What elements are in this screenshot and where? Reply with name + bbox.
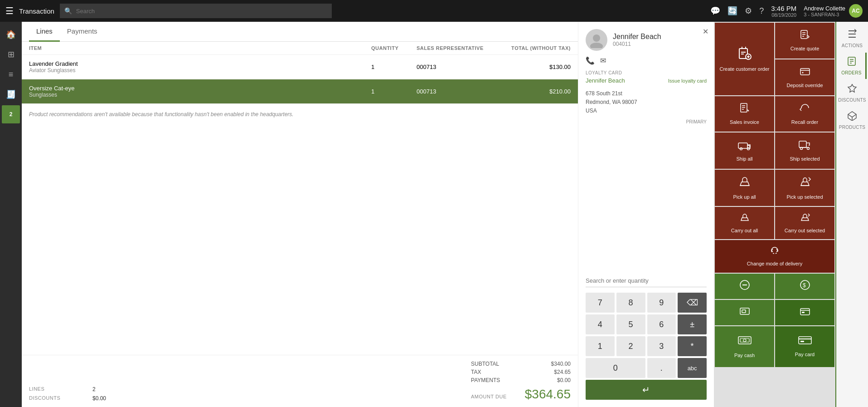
svg-rect-33 — [800, 309, 810, 315]
icon-tile-2[interactable]: $ — [775, 274, 834, 299]
svg-point-14 — [802, 72, 803, 74]
tab-payments[interactable]: Payments — [60, 22, 105, 42]
pay-card-icon — [798, 335, 812, 348]
numpad-abc[interactable]: abc — [678, 358, 707, 378]
numpad-1[interactable]: 1 — [586, 336, 615, 356]
sidebar-item-grid[interactable]: ⊞ — [2, 45, 20, 64]
deposit-override-tile[interactable]: Deposit override — [775, 59, 834, 95]
pay-cash-label: Pay cash — [734, 352, 755, 358]
carry-out-selected-tile[interactable]: Carry out selected — [775, 207, 834, 239]
phone-icon[interactable]: 📞 — [586, 56, 595, 65]
icon-1 — [739, 280, 750, 293]
sidebar-item-menu[interactable]: ≡ — [2, 65, 20, 83]
item-sub-1: Aviator Sunglasses — [29, 67, 371, 74]
lines-table: Lavender Gradient Aviator Sunglasses 1 0… — [22, 55, 578, 355]
help-icon[interactable]: ? — [759, 6, 764, 16]
ship-all-tile[interactable]: Ship all — [715, 132, 774, 169]
numpad-3[interactable]: 3 — [647, 336, 676, 356]
carry-out-all-tile[interactable]: Carry out all — [715, 207, 774, 239]
numpad-enter[interactable]: ↵ — [586, 380, 707, 400]
change-mode-delivery-icon — [770, 245, 780, 258]
pick-up-selected-label: Pick up selected — [786, 194, 823, 200]
search-input[interactable] — [60, 4, 332, 18]
refresh-icon[interactable]: 🔄 — [727, 6, 737, 16]
discounts-btn[interactable]: DISCOUNTS — [838, 80, 867, 106]
app-title: Transaction — [19, 7, 54, 15]
settings-icon[interactable]: ⚙ — [745, 6, 752, 16]
recall-order-label: Recall order — [791, 119, 818, 125]
table-row[interactable]: Lavender Gradient Aviator Sunglasses 1 0… — [22, 55, 578, 79]
lines-value: 2 — [92, 386, 96, 392]
payments-row: PAYMENTS $0.00 — [471, 377, 571, 383]
pick-up-selected-tile[interactable]: Pick up selected — [775, 170, 834, 206]
icon-tile-3[interactable] — [715, 300, 774, 325]
payments-label: PAYMENTS — [471, 377, 500, 383]
numpad-7[interactable]: 7 — [586, 293, 615, 313]
customer-panel: ✕ Jennifer Beach 004011 📞 ✉ LOYALTY CARD… — [578, 22, 714, 407]
orders-btn[interactable]: ORDERS — [838, 53, 867, 79]
pick-up-all-tile[interactable]: Pick up all — [715, 170, 774, 206]
loyalty-name[interactable]: Jennifer Beach — [586, 77, 625, 84]
tab-lines[interactable]: Lines — [29, 22, 60, 42]
sidebar-item-home[interactable]: 🏠 — [2, 25, 20, 44]
sidebar: 🏠 ⊞ ≡ 🧾 2 — [0, 22, 22, 407]
right-panel: Create customer order Create quote Depos… — [714, 22, 868, 407]
menu-icon[interactable]: ☰ — [5, 5, 14, 16]
discounts-icon — [847, 83, 857, 96]
numpad-section: 7 8 9 ⌫ 4 5 6 ± 1 2 3 * 0 . abc ↵ — [586, 275, 707, 400]
sidebar-badge-2[interactable]: 2 — [2, 105, 20, 123]
numpad-0[interactable]: 0 — [586, 358, 645, 378]
item-name-1: Lavender Gradient — [29, 60, 371, 67]
svg-point-0 — [593, 34, 600, 42]
numpad-4[interactable]: 4 — [586, 314, 615, 334]
svg-rect-32 — [742, 310, 746, 313]
numpad-dot[interactable]: . — [647, 358, 676, 378]
numpad-6[interactable]: 6 — [647, 314, 676, 334]
numpad-asterisk[interactable]: * — [678, 336, 707, 356]
numpad-backspace[interactable]: ⌫ — [678, 293, 707, 313]
pay-cash-tile[interactable]: Pay cash — [715, 326, 774, 367]
issue-loyalty-button[interactable]: Issue loyalty card — [668, 78, 707, 83]
numpad-plus-minus[interactable]: ± — [678, 314, 707, 334]
actions-icon — [847, 29, 857, 41]
table-row[interactable]: Oversize Cat-eye Sunglasses 1 000713 $21… — [22, 79, 578, 104]
col-sales-rep: SALES REPRESENTATIVE — [417, 45, 498, 51]
pay-card-label: Pay card — [795, 351, 815, 358]
avatar[interactable]: AC — [849, 4, 863, 18]
address-line3: USA — [586, 107, 707, 115]
user-subtitle: 3 - SANFRAN-3 — [804, 12, 845, 17]
deposit-override-icon — [800, 66, 810, 79]
products-btn[interactable]: PRODUCTS — [838, 107, 867, 133]
sales-invoice-tile[interactable]: Sales invoice — [715, 96, 774, 132]
actions-sidebar: ACTIONS ORDERS DISCOUNTS PRODUCTS — [835, 22, 868, 407]
icon-tile-1[interactable] — [715, 274, 774, 299]
carry-out-all-icon — [740, 212, 750, 225]
sidebar-item-receipt[interactable]: 🧾 — [2, 85, 20, 103]
recall-order-tile[interactable]: Recall order — [775, 96, 834, 132]
customer-address: 678 South 21st Redmond, WA 98007 USA — [586, 89, 707, 116]
icon-3 — [739, 306, 750, 319]
change-mode-delivery-tile[interactable]: Change mode of delivery — [715, 240, 834, 272]
customer-avatar — [586, 29, 607, 51]
actions-btn[interactable]: ACTIONS — [838, 25, 867, 52]
pay-card-tile[interactable]: Pay card — [775, 326, 834, 367]
customer-close-button[interactable]: ✕ — [703, 27, 708, 36]
email-icon[interactable]: ✉ — [600, 56, 606, 65]
icon-tile-4[interactable] — [775, 300, 834, 325]
svg-rect-31 — [740, 308, 749, 314]
numpad-5[interactable]: 5 — [616, 314, 645, 334]
numpad-2[interactable]: 2 — [616, 336, 645, 356]
chat-icon[interactable]: 💬 — [710, 6, 720, 16]
create-quote-tile[interactable]: Create quote — [775, 23, 834, 59]
ship-selected-tile[interactable]: Ship selected — [775, 132, 834, 169]
content-area: Lines Payments ITEM QUANTITY SALES REPRE… — [22, 22, 578, 407]
tabs: Lines Payments — [22, 22, 578, 42]
numpad-8[interactable]: 8 — [616, 293, 645, 313]
discounts-value: $0.00 — [92, 395, 106, 402]
numpad-9[interactable]: 9 — [647, 293, 676, 313]
topbar-right: 💬 🔄 ⚙ ? 3:46 PM 08/19/2020 Andrew Collet… — [710, 4, 863, 18]
numpad-search-input[interactable] — [586, 275, 707, 287]
footer-row-lines: LINES 2 — [29, 386, 106, 392]
carry-out-selected-icon — [800, 212, 810, 225]
create-customer-order-tile[interactable]: Create customer order — [715, 23, 774, 95]
